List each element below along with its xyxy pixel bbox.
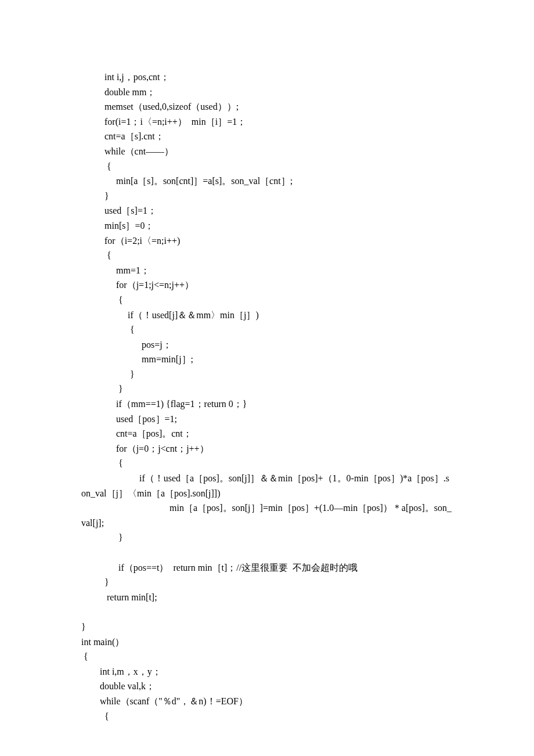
code-line: used［pos］=1;: [81, 412, 453, 427]
document-page: int i,j，pos,cnt； double mm； memset（used,…: [0, 0, 534, 756]
code-line: used［s]=1；: [81, 203, 453, 218]
code-line: {: [81, 248, 453, 263]
code-line: pos=j；: [81, 337, 453, 352]
code-line: [81, 604, 453, 620]
code-line: {: [81, 649, 453, 664]
code-line: if（！used［a［pos]。son[j]］＆＆min［pos]+（1。0-m…: [81, 471, 453, 501]
code-line: for（i=2;i〈=n;i++): [81, 233, 453, 249]
code-line: {: [81, 456, 453, 471]
code-line: {: [81, 159, 453, 174]
code-line: while（cnt——）: [81, 144, 453, 159]
code-line: {: [81, 322, 453, 337]
code-line: {: [81, 709, 453, 724]
code-line: if（mm==1) {flag=1；return 0；}: [81, 397, 453, 412]
code-line: [81, 545, 453, 560]
code-line: }: [81, 189, 453, 204]
code-line: return min[t];: [81, 590, 453, 605]
code-line: for（j=1;j<=n;j++）: [81, 278, 453, 293]
code-line: int i,m，x，y；: [81, 664, 453, 679]
code-line: }: [81, 530, 453, 545]
code-line: while（scanf（"％d"，＆n)！=EOF）: [81, 694, 453, 709]
code-line: mm=1；: [81, 263, 453, 278]
code-line: for（j=0；j<cnt；j++）: [81, 441, 453, 456]
code-line: cnt=a［s].cnt；: [81, 129, 453, 144]
code-line: double val,k；: [81, 679, 453, 694]
code-line: for(i=1；i〈=n;i++） min［i］=1；: [81, 114, 453, 129]
code-block: int i,j，pos,cnt； double mm； memset（used,…: [81, 70, 453, 723]
code-line: if（pos==t） return min［t]；//这里很重要 不加会超时的哦: [81, 560, 453, 575]
code-line: int main(）: [81, 635, 453, 650]
code-line: cnt=a［pos]。cnt；: [81, 426, 453, 441]
code-line: }: [81, 381, 453, 397]
code-line: int i,j，pos,cnt；: [81, 70, 453, 85]
code-line: min[s］=0；: [81, 218, 453, 233]
code-line: min［a［pos]。son[j］]=min［pos］+(1.0—min［pos…: [81, 501, 453, 530]
code-line: }: [81, 367, 453, 382]
code-line: min[a［s]。son[cnt]］=a[s]。son_val［cnt］;: [81, 174, 453, 189]
code-line: }: [81, 620, 453, 635]
code-line: }: [81, 575, 453, 590]
code-line: mm=min[j］;: [81, 352, 453, 367]
code-line: double mm；: [81, 85, 453, 100]
code-line: memset（used,0,sizeof（used））;: [81, 99, 453, 114]
code-line: if（！used[j]＆＆mm〉min［j］): [81, 308, 453, 323]
code-line: {: [81, 293, 453, 308]
